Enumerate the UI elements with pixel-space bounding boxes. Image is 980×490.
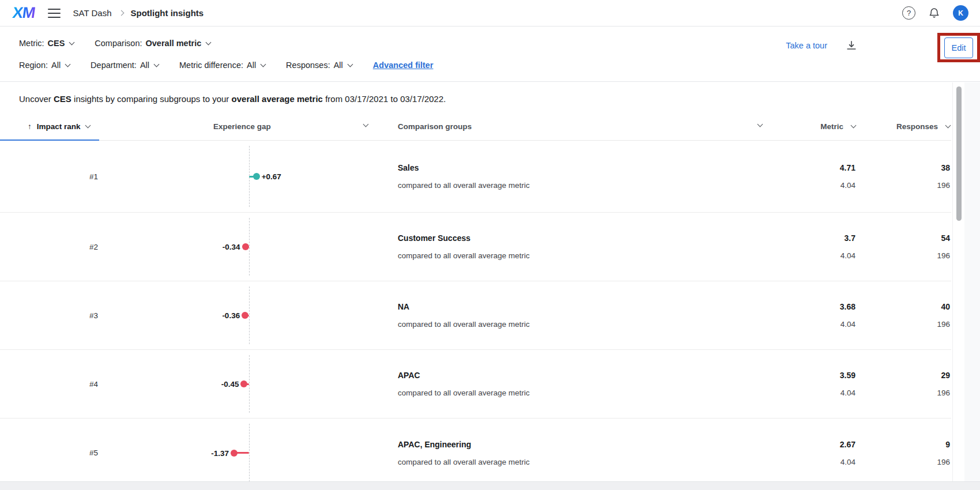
metric-overall-value: 4.04 [772, 251, 855, 260]
responses-overall-value: 196 [857, 389, 950, 397]
region-filter-dropdown[interactable]: Region: All [19, 61, 70, 70]
breadcrumb-dashboard-link[interactable]: SAT Dash [73, 8, 112, 18]
edit-button[interactable]: Edit [944, 37, 973, 58]
gap-dot [242, 312, 248, 319]
take-a-tour-link[interactable]: Take a tour [786, 41, 827, 50]
chevron-down-icon [347, 61, 353, 67]
responses-value: 54 [857, 233, 950, 243]
experience-gap-marker: -1.37 [115, 419, 369, 482]
comparison-group-cell: NAcompared to all overall average metric [369, 302, 772, 329]
comparison-group-name: Sales [398, 163, 772, 172]
card-right-divider [952, 82, 953, 482]
table-body: #1+0.67Salescompared to all overall aver… [0, 141, 951, 482]
insights-table: ↑ Impact rank Experience gap Comparison … [0, 113, 951, 482]
vertical-scrollbar[interactable] [956, 86, 962, 221]
metric-filter-dropdown[interactable]: Metric: CES [19, 39, 74, 48]
experience-gap-column-header[interactable]: Experience gap [115, 113, 369, 140]
impact-rank-value: #3 [13, 311, 115, 320]
metric-cell: 3.684.04 [772, 302, 857, 329]
responses-cell: 38196 [857, 163, 951, 190]
impact-rank-column-header[interactable]: ↑ Impact rank [13, 122, 115, 131]
scrollbar-gutter [964, 82, 980, 482]
comparison-group-cell: APAC, Engineeringcompared to all overall… [369, 440, 772, 466]
experience-gap-marker: -0.36 [115, 281, 369, 349]
experience-gap-marker: -0.34 [115, 213, 369, 281]
metric-overall-value: 4.04 [772, 320, 855, 329]
chevron-down-icon [261, 61, 266, 67]
help-icon[interactable]: ? [902, 6, 915, 20]
table-row[interactable]: #4-0.45APACcompared to all overall avera… [0, 350, 951, 419]
responses-column-header[interactable]: Responses [857, 122, 951, 131]
comparison-group-name: APAC, Engineering [398, 440, 772, 449]
filter-toolbar: Metric: CES Comparison: Overall metric R… [0, 27, 980, 82]
comparison-group-subtext: compared to all overall average metric [398, 389, 772, 397]
metric-value: 4.71 [772, 163, 855, 172]
comparison-group-subtext: compared to all overall average metric [398, 458, 772, 466]
sorted-column-indicator [0, 140, 99, 141]
metric-difference-filter-dropdown[interactable]: Metric difference: All [179, 61, 265, 70]
comparison-group-name: Customer Success [398, 233, 772, 243]
spotlight-insights-page: XM SAT Dash Spotlight insights ? K Metri… [0, 0, 980, 490]
chevron-down-icon [69, 39, 75, 45]
experience-gap-marker: -0.45 [115, 350, 369, 418]
gap-dot [240, 380, 247, 387]
responses-value: 9 [857, 440, 950, 449]
breadcrumb: SAT Dash Spotlight insights [73, 8, 204, 18]
comparison-group-name: NA [398, 302, 772, 311]
responses-cell: 9196 [857, 440, 951, 466]
secondary-filter-row: Region: All Department: All Metric diffe… [19, 61, 434, 70]
page-background-strip [0, 482, 980, 490]
impact-rank-value: #4 [13, 380, 115, 389]
table-row[interactable]: #2-0.34Customer Successcompared to all o… [0, 213, 951, 281]
gap-value-label: -1.37 [211, 448, 229, 457]
responses-overall-value: 196 [857, 320, 950, 329]
gap-dot [242, 243, 249, 250]
comparison-group-subtext: compared to all overall average metric [398, 181, 772, 190]
comparison-group-subtext: compared to all overall average metric [398, 251, 772, 260]
impact-rank-value: #5 [13, 448, 115, 457]
responses-cell: 54196 [857, 233, 951, 260]
metric-cell: 3.594.04 [772, 371, 857, 397]
comparison-filter-dropdown[interactable]: Comparison: Overall metric [95, 39, 210, 48]
chevron-down-icon [945, 123, 951, 129]
gap-value-label: -0.34 [223, 243, 240, 251]
table-row[interactable]: #5-1.37APAC, Engineeringcompared to all … [0, 419, 951, 482]
sort-ascending-icon: ↑ [28, 122, 32, 131]
annotation-highlight-box: Edit [937, 33, 980, 62]
responses-value: 38 [857, 163, 950, 172]
metric-column-header[interactable]: Metric [772, 122, 857, 131]
advanced-filter-link[interactable]: Advanced filter [373, 61, 434, 70]
metric-cell: 3.74.04 [772, 233, 857, 260]
hamburger-menu-icon[interactable] [48, 9, 61, 18]
comparison-group-name: APAC [398, 371, 772, 380]
experience-gap-cell: -1.37 [115, 419, 369, 482]
chevron-down-icon [757, 122, 763, 127]
responses-filter-dropdown[interactable]: Responses: All [286, 61, 352, 70]
chevron-down-icon [154, 61, 160, 67]
comparison-group-cell: APACcompared to all overall average metr… [369, 371, 772, 397]
responses-cell: 40196 [857, 302, 951, 329]
comparison-group-subtext: compared to all overall average metric [398, 320, 772, 329]
comparison-groups-column-header[interactable]: Comparison groups [369, 113, 772, 140]
spotlight-insights-card: Uncover CES insights by comparing subgro… [0, 82, 980, 482]
chevron-right-icon [119, 10, 125, 16]
gap-dot [253, 173, 260, 180]
primary-filter-row: Metric: CES Comparison: Overall metric [19, 39, 210, 48]
responses-overall-value: 196 [857, 458, 950, 466]
table-row[interactable]: #1+0.67Salescompared to all overall aver… [0, 141, 951, 213]
metric-value: 2.67 [772, 440, 855, 449]
table-row[interactable]: #3-0.36NAcompared to all overall average… [0, 281, 951, 350]
xm-logo[interactable]: XM [12, 4, 36, 22]
responses-value: 40 [857, 302, 950, 311]
gap-value-label: -0.45 [221, 380, 239, 389]
metric-overall-value: 4.04 [772, 389, 855, 397]
metric-value: 3.59 [772, 371, 855, 380]
avatar[interactable]: K [953, 5, 968, 21]
chevron-down-icon [363, 122, 369, 127]
comparison-group-cell: Salescompared to all overall average met… [369, 163, 772, 190]
download-icon[interactable] [845, 39, 858, 54]
responses-cell: 29196 [857, 371, 951, 397]
department-filter-dropdown[interactable]: Department: All [91, 61, 159, 70]
notifications-bell-icon[interactable] [928, 7, 940, 19]
metric-cell: 2.674.04 [772, 440, 857, 466]
